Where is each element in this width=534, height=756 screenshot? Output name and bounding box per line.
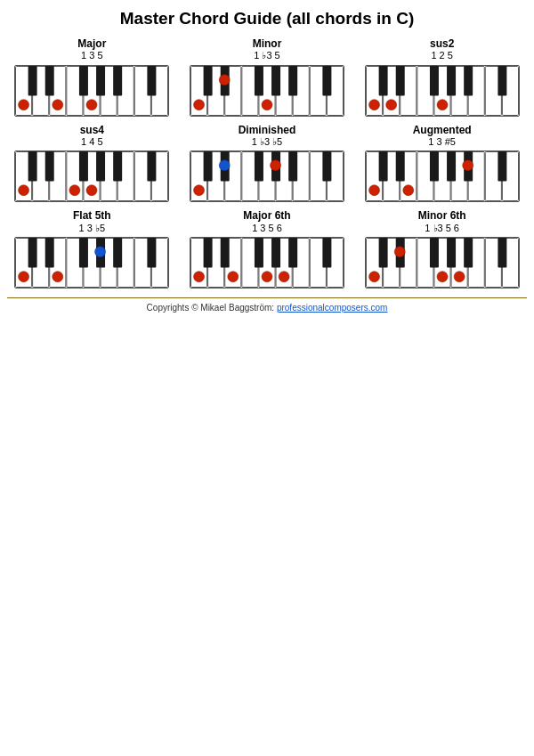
page-title: Master Chord Guide (all chords in C): [7, 9, 527, 28]
piano-keyboard: [14, 237, 169, 289]
svg-rect-159: [498, 238, 506, 268]
svg-rect-135: [204, 238, 213, 268]
svg-rect-9: [28, 66, 37, 96]
footer: Copyrights © Mikael Baggström: professio…: [7, 297, 527, 313]
piano-keyboard: [365, 237, 520, 289]
svg-point-124: [53, 271, 63, 281]
svg-point-87: [194, 185, 205, 196]
svg-rect-156: [430, 238, 439, 268]
svg-rect-48: [447, 66, 456, 96]
svg-point-142: [228, 271, 239, 281]
chord-name: Diminished: [239, 124, 296, 136]
svg-rect-85: [288, 151, 297, 182]
svg-point-88: [219, 160, 230, 171]
svg-point-125: [95, 246, 106, 256]
piano-keyboard: [14, 150, 169, 202]
svg-point-123: [19, 271, 29, 281]
svg-point-161: [394, 246, 405, 256]
svg-rect-101: [430, 151, 439, 182]
svg-point-162: [437, 271, 448, 281]
svg-point-163: [454, 271, 465, 281]
svg-point-70: [69, 185, 80, 196]
svg-rect-137: [255, 238, 263, 268]
svg-rect-67: [113, 151, 122, 182]
chord-cell: Minor1 ♭3 5: [182, 37, 352, 117]
svg-point-89: [271, 160, 281, 171]
svg-rect-157: [447, 238, 456, 268]
svg-rect-68: [148, 151, 157, 182]
svg-rect-10: [45, 66, 54, 96]
svg-rect-122: [148, 238, 157, 268]
chord-notes: 1 3 #5: [428, 136, 456, 148]
chord-notes: 1 ♭3 ♭5: [252, 136, 282, 148]
piano-keyboard: [190, 65, 344, 117]
svg-rect-64: [45, 151, 54, 182]
svg-rect-83: [255, 151, 263, 182]
chord-notes: 1 ♭3 5 6: [425, 223, 459, 234]
svg-rect-13: [113, 66, 122, 96]
svg-point-105: [368, 185, 379, 196]
chord-cell: sus41 4 5: [7, 124, 177, 203]
svg-rect-86: [322, 151, 331, 182]
svg-rect-140: [322, 238, 331, 268]
chord-notes: 1 4 5: [81, 136, 102, 148]
svg-point-144: [279, 271, 289, 281]
svg-rect-102: [447, 151, 456, 182]
svg-point-51: [368, 99, 379, 110]
svg-rect-65: [79, 151, 88, 182]
chord-notes: 1 ♭3 5: [254, 50, 279, 61]
svg-rect-11: [79, 66, 88, 96]
website-link[interactable]: professionalcomposers.com: [277, 303, 388, 313]
chord-name: Major: [77, 37, 106, 50]
svg-point-52: [385, 99, 396, 110]
chord-cell: Major1 3 5: [7, 37, 177, 117]
svg-rect-32: [322, 66, 331, 96]
svg-point-35: [262, 99, 272, 110]
chord-name: Minor 6th: [418, 209, 466, 222]
svg-rect-63: [28, 151, 37, 182]
chord-name: Augmented: [413, 124, 472, 136]
svg-rect-29: [255, 66, 263, 96]
chord-name: sus2: [430, 37, 454, 50]
svg-rect-136: [221, 238, 230, 268]
svg-point-69: [19, 185, 29, 196]
svg-point-16: [53, 99, 63, 110]
svg-rect-12: [96, 66, 105, 96]
svg-point-53: [437, 99, 448, 110]
chord-cell: Flat 5th1 3 ♭5: [7, 209, 177, 289]
svg-rect-139: [288, 238, 297, 268]
svg-rect-119: [79, 238, 88, 268]
svg-point-160: [368, 271, 379, 281]
chord-notes: 1 3 5 6: [252, 223, 282, 234]
chord-cell: Major 6th1 3 5 6: [182, 209, 352, 289]
svg-rect-118: [45, 238, 54, 268]
svg-rect-104: [498, 151, 506, 182]
svg-rect-50: [498, 66, 506, 96]
svg-point-17: [86, 99, 97, 110]
chord-notes: 1 3 ♭5: [79, 223, 105, 234]
chord-name: sus4: [80, 124, 104, 136]
chord-grid: Major1 3 5Minor1 ♭3 5sus21 2 5sus41 4 5D…: [7, 37, 527, 289]
svg-rect-81: [204, 151, 213, 182]
svg-point-33: [194, 99, 205, 110]
svg-point-15: [19, 99, 29, 110]
svg-rect-31: [288, 66, 297, 96]
svg-rect-30: [271, 66, 280, 96]
svg-point-71: [86, 185, 97, 196]
chord-notes: 1 3 5: [81, 50, 102, 61]
chord-cell: Diminished1 ♭3 ♭5: [182, 124, 352, 203]
svg-rect-117: [28, 238, 37, 268]
svg-rect-138: [271, 238, 280, 268]
svg-rect-154: [378, 238, 387, 268]
svg-point-107: [462, 160, 473, 171]
svg-rect-158: [464, 238, 473, 268]
chord-name: Flat 5th: [73, 209, 111, 222]
piano-keyboard: [14, 65, 169, 117]
chord-cell: Minor 6th1 ♭3 5 6: [357, 209, 527, 289]
chord-cell: Augmented1 3 #5: [357, 124, 527, 203]
chord-notes: 1 2 5: [431, 50, 452, 61]
piano-keyboard: [365, 150, 520, 202]
piano-keyboard: [190, 150, 344, 202]
svg-rect-66: [96, 151, 105, 182]
svg-point-141: [194, 271, 205, 281]
